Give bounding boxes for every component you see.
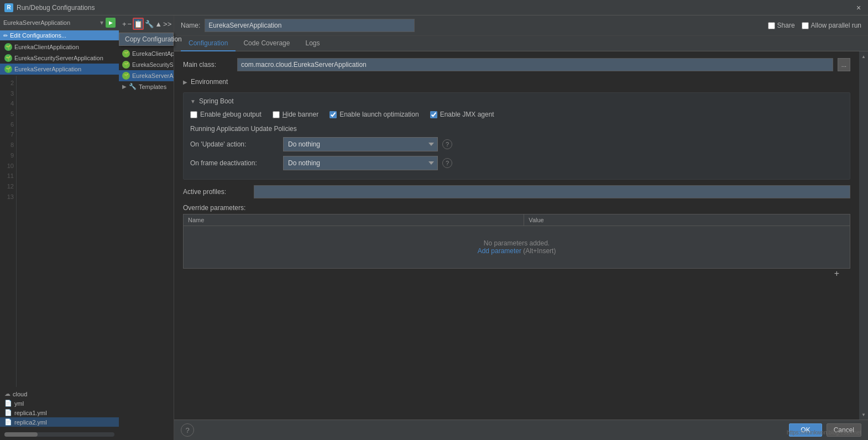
- name-row: Name:: [181, 19, 415, 32]
- horizontal-scrollbar[interactable]: [4, 432, 114, 437]
- spring-boot-section: ▼ Spring Boot Enable debug output H: [183, 92, 850, 180]
- tree-item-label: EurekaServerApplication: [14, 66, 81, 72]
- environment-label: Environment: [191, 78, 228, 86]
- allow-parallel-checkbox-label[interactable]: Allow parallel run: [802, 22, 861, 29]
- tab-code-coverage-label: Code Coverage: [243, 39, 290, 47]
- name-input[interactable]: [205, 19, 415, 32]
- config-item-eureka-client[interactable]: 🌱 EurekaClientApplication: [119, 48, 174, 59]
- copy-config-button[interactable]: 📋: [133, 18, 144, 30]
- config-header: Name: Share Allow parallel run: [174, 15, 868, 36]
- on-frame-select[interactable]: Do nothing Update resources Update class…: [283, 156, 438, 170]
- right-panel: Name: Share Allow parallel run Configura…: [174, 15, 868, 440]
- file-item-cloud[interactable]: ☁ cloud: [0, 389, 119, 399]
- table-container: Name Value No parameters added.: [183, 214, 850, 269]
- file-icon-yml: 📄: [4, 400, 12, 407]
- enable-debug-checkbox-label[interactable]: Enable debug output: [190, 111, 262, 118]
- spring-icon-server: 🌱: [4, 65, 12, 73]
- enable-launch-opt-checkbox-label[interactable]: Enable launch optimization: [330, 111, 419, 118]
- name-column-header: Name: [184, 214, 524, 226]
- allow-parallel-label: Allow parallel run: [811, 22, 861, 29]
- share-checkbox-label[interactable]: Share: [768, 22, 795, 29]
- on-frame-label: On frame deactivation:: [190, 159, 279, 167]
- add-param-row: Add parameter (Alt+Insert): [199, 247, 834, 255]
- enable-debug-label: Enable debug output: [200, 111, 262, 118]
- main-area: EurekaServerApplication ▾ ✏ Edit Configu…: [0, 15, 868, 440]
- add-button[interactable]: +: [122, 18, 127, 30]
- tab-logs[interactable]: Logs: [297, 36, 327, 51]
- config-item-eureka-server[interactable]: 🌱 EurekaServerApplication: [119, 70, 174, 81]
- scrollbar-thumb[interactable]: [4, 432, 38, 437]
- wrench-button[interactable]: 🔧: [145, 18, 154, 30]
- on-frame-help-icon[interactable]: ?: [442, 158, 452, 168]
- config-item-eureka-security[interactable]: 🌱 EurekaSecurityServerApp...: [119, 59, 174, 70]
- enable-launch-opt-checkbox[interactable]: [330, 111, 337, 118]
- enable-debug-checkbox[interactable]: [190, 111, 197, 118]
- bottom-help-button[interactable]: ?: [181, 423, 194, 437]
- spring-boot-arrow: ▼: [190, 98, 196, 104]
- config-tree: 🌱 EurekaClientApplication 🌱 EurekaSecuri…: [119, 46, 174, 440]
- scroll-up-arrow[interactable]: ▲: [860, 53, 867, 60]
- templates-item[interactable]: ▶ 🔧 Templates: [119, 81, 174, 92]
- browse-button[interactable]: ...: [838, 58, 850, 71]
- on-update-select[interactable]: Do nothing Update resources Update class…: [283, 137, 438, 151]
- spring-boot-section-header[interactable]: ▼ Spring Boot: [190, 97, 843, 105]
- config-tree-panel: + − 📋 🔧 ▲ >> Copy Configuration 🌱 Eureka…: [119, 15, 174, 440]
- file-item-replica1[interactable]: 📄 replica1.yml: [0, 408, 119, 417]
- right-scrollbar[interactable]: ▲ ▼: [859, 51, 868, 420]
- expand-button[interactable]: ▲: [155, 18, 162, 30]
- spring-icon-security: 🌱: [4, 54, 12, 62]
- spring-icon: 🌱: [122, 61, 130, 69]
- run-button[interactable]: [106, 18, 116, 28]
- tab-configuration[interactable]: Configuration: [181, 36, 236, 51]
- title-bar-left: R Run/Debug Configurations: [4, 3, 95, 12]
- pencil-icon: ✏: [3, 33, 8, 39]
- environment-section-header[interactable]: ▶ Environment: [183, 76, 850, 88]
- file-icon-replica2: 📄: [4, 418, 12, 426]
- file-item-yml[interactable]: 📄 yml: [0, 399, 119, 408]
- allow-parallel-checkbox[interactable]: [802, 22, 809, 29]
- config-scrollable: Main class: ... ▶ Environment ▼ Spring B…: [174, 51, 859, 420]
- add-param-label: Add parameter: [478, 247, 521, 255]
- scroll-down-arrow[interactable]: ▼: [860, 411, 867, 418]
- tab-code-coverage[interactable]: Code Coverage: [236, 36, 297, 51]
- tree-item-eureka-security[interactable]: 🌱 EurekaSecurityServerApplication: [0, 53, 119, 64]
- ide-left-column: EurekaServerApplication ▾ ✏ Edit Configu…: [0, 15, 119, 440]
- enable-jmx-checkbox[interactable]: [430, 111, 437, 118]
- file-list: ☁ cloud 📄 yml 📄 replica1.yml 📄 replica2.…: [0, 387, 119, 429]
- checkboxes-row: Enable debug output Hide banner Enable l…: [190, 111, 843, 118]
- file-icon-cloud: ☁: [4, 390, 11, 397]
- hide-banner-checkbox-label[interactable]: Hide banner: [273, 111, 318, 118]
- remove-button[interactable]: −: [128, 18, 132, 30]
- file-item-replica2[interactable]: 📄 replica2.yml: [0, 417, 119, 427]
- close-button[interactable]: ×: [854, 3, 864, 13]
- policies-section: Running Application Update Policies On '…: [190, 125, 843, 170]
- tree-item-label: EurekaSecurityServerApplication: [14, 55, 103, 61]
- share-checkbox[interactable]: [768, 22, 775, 29]
- tree-item-eureka-server[interactable]: 🌱 EurekaServerApplication: [0, 64, 119, 75]
- dropdown-arrow[interactable]: ▾: [100, 19, 103, 27]
- config-content: Main class: ... ▶ Environment ▼ Spring B…: [174, 51, 859, 280]
- add-param-link[interactable]: Add parameter: [478, 247, 524, 255]
- on-update-label: On 'Update' action:: [190, 140, 279, 148]
- share-label: Share: [777, 22, 795, 29]
- hide-banner-label: Hide banner: [283, 111, 318, 118]
- file-icon-replica1: 📄: [4, 409, 12, 416]
- copy-config-tooltip: Copy Configuration: [119, 33, 174, 46]
- ide-top-bar: EurekaServerApplication ▾: [0, 15, 119, 30]
- hide-banner-checkbox[interactable]: [273, 111, 280, 118]
- table-add-button[interactable]: +: [834, 269, 839, 279]
- override-params-label: Override parameters:: [183, 204, 850, 212]
- on-update-help-icon[interactable]: ?: [442, 139, 452, 149]
- params-table: Name Value No parameters added.: [183, 214, 850, 269]
- edit-configurations-bar[interactable]: ✏ Edit Configurations...: [0, 30, 119, 40]
- tree-item-eureka-client[interactable]: 🌱 EurekaClientApplication: [0, 41, 119, 53]
- on-update-row: On 'Update' action: Do nothing Update re…: [190, 137, 843, 151]
- ide-tree: 🌱 EurekaClientApplication 🌱 EurekaSecuri…: [0, 40, 119, 76]
- tree-item-label: EurekaClientApplication: [14, 44, 79, 50]
- more-button[interactable]: >>: [163, 18, 171, 30]
- templates-arrow: ▶: [122, 83, 127, 90]
- wrench-icon: 🔧: [129, 83, 137, 90]
- enable-jmx-checkbox-label[interactable]: Enable JMX agent: [430, 111, 494, 118]
- main-class-input[interactable]: [237, 58, 833, 71]
- active-profiles-input[interactable]: [254, 185, 850, 198]
